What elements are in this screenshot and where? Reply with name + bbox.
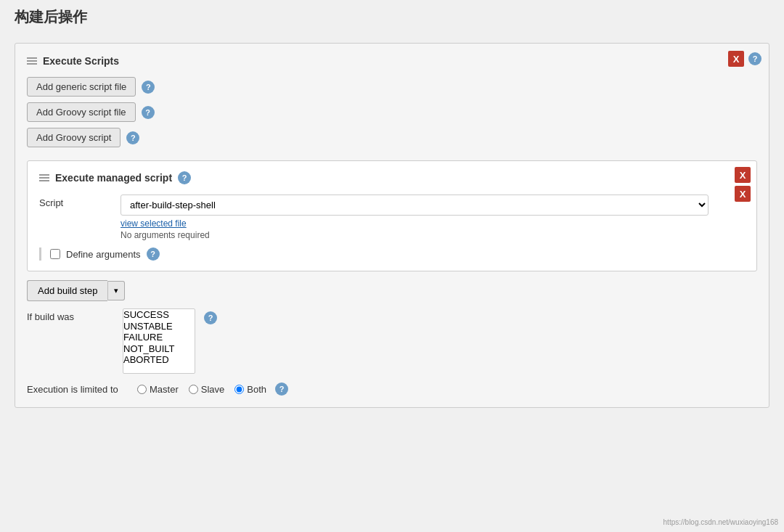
radio-slave-label: Slave (201, 384, 225, 395)
generic-script-help-icon[interactable]: ? (142, 81, 155, 94)
if-build-label: If build was (27, 308, 114, 322)
managed-script-header: Execute managed script ? (39, 171, 745, 184)
view-selected-file-link[interactable]: view selected file (121, 218, 187, 229)
execute-managed-script-section: X X Execute managed script ? Script (27, 160, 757, 271)
status-success[interactable]: SUCCESS (123, 309, 195, 321)
execute-scripts-section: X ? Execute Scripts Add generic script f… (15, 43, 769, 408)
radio-group: Master Slave Both (137, 384, 266, 395)
inner-x-buttons: X X (735, 167, 751, 202)
radio-both[interactable]: Both (234, 384, 266, 395)
radio-both-input[interactable] (234, 385, 244, 394)
define-args-label: Define arguments (66, 249, 141, 260)
execute-scripts-title: Execute Scripts (43, 55, 119, 67)
if-build-help-icon[interactable]: ? (204, 311, 217, 324)
add-groovy-script-file-button[interactable]: Add Groovy script file (27, 102, 136, 122)
add-build-step-button[interactable]: Add build step (27, 280, 107, 301)
status-failure[interactable]: FAILURE (123, 332, 195, 343)
script-form-row: Script after-build-step-shell view selec… (39, 195, 745, 240)
outer-help-icon[interactable]: ? (748, 52, 761, 65)
execution-row: Execution is limited to Master Slave Bot… (27, 382, 757, 396)
inner-close-button-1[interactable]: X (735, 167, 751, 183)
action-buttons: Add generic script file ? Add Groovy scr… (27, 77, 757, 147)
execute-scripts-header: Execute Scripts (27, 55, 757, 67)
if-build-row: If build was SUCCESS UNSTABLE FAILURE NO… (27, 308, 757, 374)
radio-both-label: Both (247, 384, 266, 395)
outer-top-controls: X ? (728, 51, 761, 67)
add-generic-script-file-button[interactable]: Add generic script file (27, 77, 136, 97)
page-title: 构建后操作 (15, 7, 769, 31)
no-args-text: No arguments required (121, 230, 709, 240)
define-args-checkbox[interactable] (50, 249, 60, 259)
status-not-built[interactable]: NOT_BUILT (123, 343, 195, 355)
drag-handle[interactable] (27, 57, 37, 65)
outer-close-button[interactable]: X (728, 51, 744, 67)
define-args-help-icon[interactable]: ? (147, 247, 160, 261)
define-args-row: Define arguments ? (39, 247, 745, 261)
script-control-area: after-build-step-shell view selected fil… (121, 195, 709, 240)
script-label: Script (39, 195, 112, 208)
status-aborted[interactable]: ABORTED (123, 354, 195, 366)
add-build-step-container: Add build step ▾ (27, 280, 757, 301)
radio-master-label: Master (150, 384, 179, 395)
add-groovy-script-button[interactable]: Add Groovy script (27, 128, 121, 147)
script-select[interactable]: after-build-step-shell (121, 195, 709, 216)
add-build-step-dropdown[interactable]: ▾ (107, 281, 125, 300)
execution-help-icon[interactable]: ? (275, 382, 288, 396)
radio-master-input[interactable] (137, 385, 147, 394)
status-unstable[interactable]: UNSTABLE (123, 321, 195, 332)
inner-drag-handle[interactable] (39, 174, 49, 181)
inner-close-button-2[interactable]: X (735, 186, 751, 202)
separator (39, 247, 41, 261)
execution-label: Execution is limited to (27, 384, 128, 395)
managed-script-help-icon[interactable]: ? (178, 171, 191, 184)
groovy-script-file-help-icon[interactable]: ? (142, 106, 155, 119)
groovy-script-help-icon[interactable]: ? (126, 131, 139, 144)
radio-master[interactable]: Master (137, 384, 179, 395)
radio-slave-input[interactable] (189, 385, 198, 394)
build-status-select[interactable]: SUCCESS UNSTABLE FAILURE NOT_BUILT ABORT… (123, 308, 195, 374)
managed-script-title: Execute managed script (55, 172, 172, 184)
radio-slave[interactable]: Slave (189, 384, 225, 395)
